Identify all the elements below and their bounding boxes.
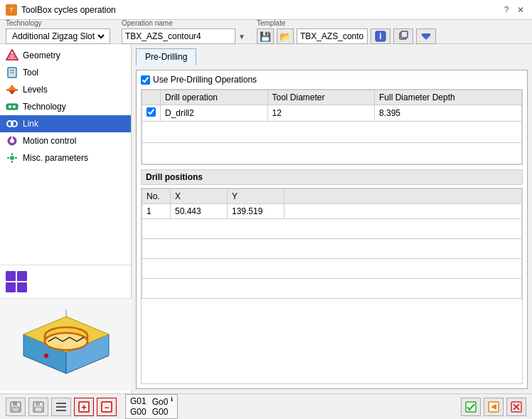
technology-dropdown[interactable]: Additional Zigzag Slot bbox=[6, 28, 110, 44]
status-ok-button[interactable] bbox=[461, 398, 481, 416]
template-controls: 💾 📂 i bbox=[257, 28, 436, 44]
sidebar-item-levels-label: Levels bbox=[23, 85, 48, 95]
drill-positions-section: Drill positions No. X Y bbox=[141, 169, 523, 384]
template-save-button[interactable]: 💾 bbox=[257, 28, 274, 44]
svg-text:+: + bbox=[81, 403, 86, 413]
col-check bbox=[142, 90, 161, 105]
sidebar-grid-section bbox=[0, 265, 131, 298]
col-y: Y bbox=[228, 189, 284, 204]
tab-pre-drilling[interactable]: Pre-Drilling bbox=[136, 48, 196, 65]
levels-icon bbox=[6, 83, 18, 96]
status-bar: + − G01 Go0 ℹ G00 G00 bbox=[0, 393, 532, 419]
toolbar: Technology Additional Zigzag Slot Operat… bbox=[0, 20, 532, 44]
col-no: No. bbox=[142, 189, 171, 204]
drill-positions-table-container: No. X Y 1 50.443 139.519 bbox=[141, 188, 523, 384]
technology-sidebar-icon bbox=[6, 100, 18, 113]
svg-point-21 bbox=[10, 156, 14, 160]
g00-top-label: Go0 ℹ bbox=[152, 396, 173, 407]
g00-bot-right-label: G00 bbox=[152, 407, 169, 417]
tool-icon bbox=[6, 66, 18, 79]
position-x: 50.443 bbox=[171, 204, 228, 219]
status-cancel-button[interactable] bbox=[506, 398, 526, 416]
info-button[interactable]: i bbox=[371, 28, 390, 44]
drill-operations-table-container: Drill operation Tool Diameter Full Diame… bbox=[141, 89, 523, 165]
title-bar-controls: ? ✕ bbox=[501, 4, 526, 16]
title-bar: T ToolBox cycles operation ? ✕ bbox=[0, 0, 532, 20]
geometry-icon bbox=[6, 49, 18, 62]
svg-point-33 bbox=[45, 333, 87, 350]
svg-text:i: i bbox=[379, 31, 381, 41]
technology-group: Technology Additional Zigzag Slot bbox=[6, 19, 110, 44]
sidebar-item-geometry[interactable]: Geometry bbox=[0, 47, 131, 64]
drill-operations-table: Drill operation Tool Diameter Full Diame… bbox=[142, 90, 522, 164]
use-predrilling-checkbox[interactable] bbox=[141, 75, 150, 85]
navigate-button[interactable] bbox=[416, 28, 436, 44]
template-input[interactable] bbox=[297, 28, 368, 44]
status-arrow-button[interactable] bbox=[484, 398, 504, 416]
sidebar-item-tool[interactable]: Tool bbox=[0, 64, 131, 81]
operation-name-input[interactable] bbox=[122, 28, 235, 44]
svg-marker-4 bbox=[422, 33, 430, 40]
main-area: Geometry Tool Levels bbox=[0, 44, 532, 393]
status-remove-button[interactable]: − bbox=[97, 398, 117, 416]
col-extra bbox=[284, 189, 522, 204]
sidebar-item-technology[interactable]: Technology bbox=[0, 98, 131, 115]
status-save2-button[interactable] bbox=[28, 398, 48, 416]
operation-name-group: Operation name ▼ bbox=[122, 19, 245, 44]
link-icon bbox=[6, 117, 18, 130]
sidebar-item-tool-label: Tool bbox=[23, 68, 38, 78]
table-row[interactable]: D_drill2 12 8.395 bbox=[142, 105, 522, 122]
svg-text:−: − bbox=[104, 403, 109, 413]
svg-rect-38 bbox=[12, 407, 19, 412]
operation-name-input-group: ▼ bbox=[122, 28, 245, 44]
svg-rect-3 bbox=[401, 31, 408, 38]
technology-label: Technology bbox=[6, 19, 110, 27]
col-x: X bbox=[171, 189, 228, 204]
preview-svg bbox=[9, 306, 123, 384]
sidebar-item-technology-label: Technology bbox=[23, 102, 66, 112]
status-add-button[interactable]: + bbox=[74, 398, 94, 416]
svg-marker-11 bbox=[9, 85, 16, 89]
drill-positions-title: Drill positions bbox=[141, 169, 523, 185]
g01-label: G01 bbox=[130, 396, 147, 407]
sidebar-item-levels[interactable]: Levels bbox=[0, 81, 131, 98]
sidebar-item-motion[interactable]: Motion control bbox=[0, 132, 131, 149]
col-full-diameter-depth: Full Diameter Depth bbox=[374, 90, 521, 105]
sidebar-item-geometry-label: Geometry bbox=[23, 51, 60, 60]
svg-rect-37 bbox=[13, 402, 17, 405]
svg-rect-44 bbox=[56, 410, 66, 411]
row-checkbox[interactable] bbox=[147, 107, 156, 117]
drill-positions-table: No. X Y 1 50.443 139.519 bbox=[142, 189, 522, 299]
operation-dropdown-arrow[interactable]: ▼ bbox=[238, 33, 245, 41]
status-save-button[interactable] bbox=[6, 398, 26, 416]
sidebar: Geometry Tool Levels bbox=[0, 44, 132, 393]
position-row[interactable]: 1 50.443 139.519 bbox=[142, 204, 522, 219]
svg-point-19 bbox=[10, 139, 14, 143]
sidebar-item-misc-label: Misc. parameters bbox=[23, 153, 88, 163]
help-button[interactable]: ? bbox=[501, 4, 512, 16]
close-button[interactable]: ✕ bbox=[515, 4, 526, 16]
copy-button[interactable] bbox=[393, 28, 413, 44]
position-no: 1 bbox=[142, 204, 171, 219]
svg-rect-40 bbox=[36, 402, 40, 405]
sidebar-item-motion-label: Motion control bbox=[23, 136, 76, 146]
row-diameter: 12 bbox=[267, 105, 374, 122]
status-list-button[interactable] bbox=[51, 398, 71, 416]
svg-rect-13 bbox=[6, 104, 18, 110]
use-predrilling-row: Use Pre-Drilling Operations bbox=[141, 75, 523, 85]
tab-bar: Pre-Drilling bbox=[136, 48, 528, 65]
technology-select[interactable]: Additional Zigzag Slot bbox=[9, 31, 107, 42]
sidebar-item-misc[interactable]: Misc. parameters bbox=[0, 149, 131, 166]
position-y: 139.519 bbox=[228, 204, 284, 219]
window-title: ToolBox cycles operation bbox=[21, 5, 116, 15]
svg-marker-12 bbox=[9, 90, 16, 95]
preview-area bbox=[0, 298, 132, 391]
svg-rect-6 bbox=[9, 54, 15, 60]
position-extra bbox=[284, 204, 522, 219]
row-depth: 8.395 bbox=[374, 105, 521, 122]
sidebar-item-link[interactable]: Link bbox=[0, 115, 131, 132]
template-open-button[interactable]: 📂 bbox=[277, 28, 294, 44]
motion-icon bbox=[6, 134, 18, 147]
status-right-buttons bbox=[461, 398, 526, 416]
col-tool-diameter: Tool Diameter bbox=[267, 90, 374, 105]
